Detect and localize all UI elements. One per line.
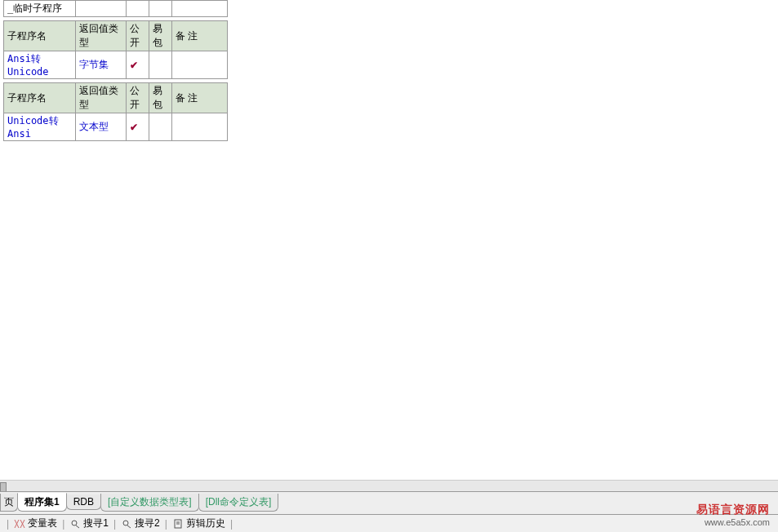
return-type[interactable]: 文本型 <box>76 113 127 141</box>
pack-cell[interactable] <box>149 113 172 141</box>
header-pack: 易包 <box>149 21 172 51</box>
variable-table-icon <box>14 519 25 529</box>
header-return-type: 返回值类型 <box>76 83 127 113</box>
clip-history-label: 剪辑历史 <box>186 516 225 530</box>
watermark-url: www.e5a5x.com <box>696 517 770 527</box>
tab-program-set-1[interactable]: 程序集1 <box>17 493 67 512</box>
separator: | <box>113 518 116 530</box>
pack-cell[interactable] <box>149 51 172 79</box>
public-check[interactable]: ✔ <box>127 113 149 141</box>
search-1-button[interactable]: 搜寻1 <box>66 516 112 530</box>
cell[interactable] <box>149 1 172 17</box>
search-2-button[interactable]: 搜寻2 <box>118 516 163 530</box>
table-row[interactable]: Unicode转Ansi 文本型 ✔ <box>4 113 228 141</box>
table-unicode-to-ansi: 子程序名 返回值类型 公开 易包 备 注 Unicode转Ansi 文本型 ✔ <box>3 82 228 141</box>
remark-cell[interactable] <box>172 51 228 79</box>
tab-rdb[interactable]: RDB <box>66 494 101 510</box>
temp-sub-name[interactable]: _临时子程序 <box>4 1 76 17</box>
svg-point-0 <box>72 521 77 525</box>
tab-custom-data-type[interactable]: [自定义数据类型表] <box>100 494 199 512</box>
header-remark: 备 注 <box>172 21 228 51</box>
header-name: 子程序名 <box>4 83 76 113</box>
sub-name[interactable]: Ansi转Unicode <box>4 51 76 79</box>
cell[interactable] <box>76 1 127 17</box>
remark-cell[interactable] <box>172 113 228 141</box>
header-return-type: 返回值类型 <box>76 21 127 51</box>
watermark-title: 易语言资源网 <box>696 503 770 517</box>
svg-point-2 <box>123 521 128 525</box>
tab-page[interactable]: 页 <box>0 494 18 512</box>
table-row[interactable]: Ansi转Unicode 字节集 ✔ <box>4 51 228 79</box>
cell[interactable] <box>127 1 149 17</box>
watermark: 易语言资源网 www.e5a5x.com <box>696 503 770 527</box>
search-icon <box>69 519 81 529</box>
table-ansi-to-unicode: 子程序名 返回值类型 公开 易包 备 注 Ansi转Unicode 字节集 ✔ <box>3 20 228 79</box>
tab-dll-command[interactable]: [Dll命令定义表] <box>198 494 279 512</box>
header-remark: 备 注 <box>172 83 228 113</box>
separator: | <box>230 518 233 530</box>
file-tab-bar: 页 程序集1 RDB [自定义数据类型表] [Dll命令定义表] <box>0 491 778 514</box>
editor-content: _临时子程序 子程序名 返回值类型 公开 易包 备 注 Ansi转Unicode… <box>0 0 778 141</box>
header-name: 子程序名 <box>4 21 76 51</box>
separator: | <box>7 518 9 530</box>
header-pack: 易包 <box>149 83 172 113</box>
separator: | <box>165 518 167 530</box>
table-temp-sub: _临时子程序 <box>3 0 228 17</box>
separator: | <box>62 518 64 530</box>
clipboard-icon <box>172 519 184 529</box>
return-type[interactable]: 字节集 <box>76 51 127 79</box>
search-2-label: 搜寻2 <box>135 516 160 530</box>
sub-name[interactable]: Unicode转Ansi <box>4 113 76 141</box>
clip-history-button[interactable]: 剪辑历史 <box>169 516 229 530</box>
svg-line-1 <box>76 525 79 528</box>
bottom-toolbar: | 变量表 | 搜寻1 | 搜寻2 | 剪辑历史 | <box>0 514 778 532</box>
svg-line-3 <box>127 525 131 528</box>
variable-table-label: 变量表 <box>28 516 57 530</box>
header-public: 公开 <box>127 83 149 113</box>
cell[interactable] <box>172 1 228 17</box>
search-1-label: 搜寻1 <box>83 516 109 530</box>
public-check[interactable]: ✔ <box>127 51 149 79</box>
search-icon <box>121 519 132 529</box>
header-public: 公开 <box>127 21 149 51</box>
variable-table-button[interactable]: 变量表 <box>11 516 60 530</box>
